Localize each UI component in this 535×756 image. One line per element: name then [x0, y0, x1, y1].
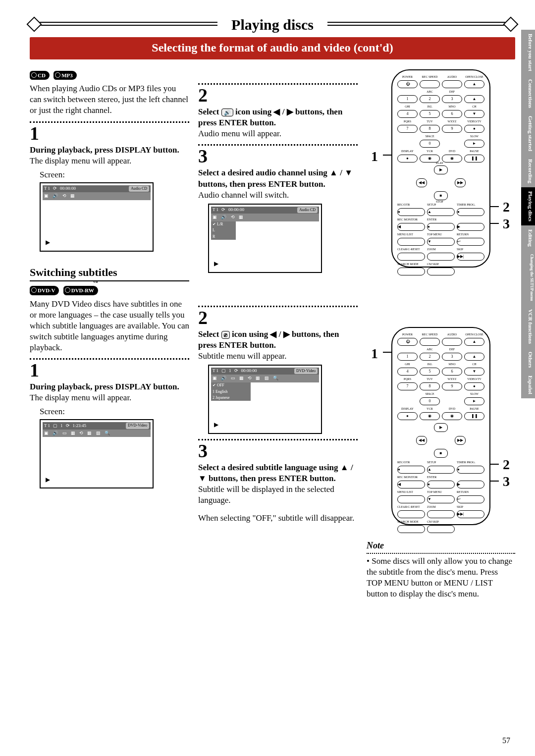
power-button[interactable]: ⏻: [397, 338, 418, 346]
num-1[interactable]: 1: [397, 95, 418, 103]
dotted-rule: [198, 83, 358, 85]
disc-badges-sub: DVD-V VR DVD-RW: [30, 284, 189, 295]
num-2[interactable]: 2: [420, 95, 440, 103]
num-7[interactable]: 7: [397, 125, 418, 133]
num-9[interactable]: 9: [442, 125, 462, 133]
lbl: POWER: [397, 75, 418, 78]
enter-button[interactable]: ●: [427, 481, 455, 488]
play-icon: ▶: [46, 476, 50, 484]
vr-label: VR: [93, 280, 98, 284]
disc-type: DVD-Video: [126, 423, 149, 429]
display-button[interactable]: ●: [397, 155, 418, 162]
slow[interactable]: ►: [464, 140, 484, 148]
callout-3: 3: [503, 215, 510, 233]
right-button[interactable]: ▶: [457, 223, 484, 231]
num-0[interactable]: 0: [420, 140, 440, 148]
tab-setup: Changing the SETUP menu: [521, 250, 535, 305]
dotted-rule: [30, 121, 189, 123]
dvd-button[interactable]: ◉: [442, 155, 462, 162]
recmon-button[interactable]: ◀: [397, 223, 425, 231]
play-button[interactable]: ▶: [434, 165, 448, 174]
rew-button[interactable]: ◀◀: [416, 178, 427, 187]
timer-button[interactable]: ●: [457, 208, 484, 216]
zoom-button[interactable]: [427, 253, 455, 261]
step-number: 2: [198, 308, 358, 327]
ch-up[interactable]: ▲: [464, 95, 484, 103]
num-8[interactable]: 8: [420, 125, 440, 133]
audio-button[interactable]: [442, 80, 462, 88]
page-number: 57: [502, 736, 510, 746]
osd-screen-1: T 1⟳00:00:00Audio CD ▣ 🔊 ⟲ ▦ ▶: [40, 182, 154, 252]
skip-button[interactable]: ▶▶|: [457, 253, 484, 261]
time: 1:23:45: [73, 423, 87, 429]
callout-2: 2: [503, 198, 510, 216]
subtitle-menu: ✔ OFF 1 English 2 Japanese: [211, 382, 251, 401]
num-4[interactable]: 4: [397, 110, 418, 118]
opt-jp: 2 Japanese: [211, 395, 251, 401]
arrow-left-right-icon: ◀ / ▶: [270, 329, 289, 339]
step1b-bold: During playback, press DISPLAY button.: [30, 381, 189, 392]
column-3: POWERREC SPEEDAUDIOOPEN/CLOSE ⏻▲ ABCDEF …: [367, 69, 515, 599]
opt-lr: ✔ L/R: [211, 221, 236, 227]
lbl: AUDIO: [442, 75, 462, 78]
callout-line: [490, 223, 499, 224]
badge-dvdv: DVD-V: [30, 286, 59, 295]
tab-editing: Editing: [521, 225, 535, 251]
t: T 1: [44, 423, 50, 429]
time: 00:00:00: [241, 368, 257, 374]
search-button[interactable]: [397, 268, 425, 275]
rec-button[interactable]: ●: [397, 208, 425, 216]
tab-getting-started: Getting started: [521, 112, 535, 155]
enter-button[interactable]: ●: [427, 223, 455, 231]
display-button[interactable]: ●: [397, 412, 418, 420]
callout-1b: 1: [371, 345, 378, 363]
dotted-rule: [198, 306, 358, 307]
callout-3b: 3: [503, 473, 510, 490]
note-heading: Note: [367, 540, 515, 551]
tab-others: Others: [521, 348, 535, 372]
screen-label: Screen:: [30, 169, 189, 180]
pause-button[interactable]: ❚❚: [464, 155, 484, 162]
power-button[interactable]: ⏻: [397, 80, 418, 88]
ch-dn[interactable]: ▼: [464, 110, 484, 118]
num-6[interactable]: 6: [442, 110, 462, 118]
callout-1: 1: [371, 148, 378, 165]
cmskip-button[interactable]: [427, 268, 455, 275]
intro-text-sub: Many DVD Video discs have subtitles in o…: [30, 299, 189, 353]
play-icon: ▶: [214, 421, 218, 429]
recspeed-button[interactable]: [420, 80, 440, 88]
callout-line: [383, 155, 392, 156]
opt-l: L: [211, 227, 236, 233]
remote-control: POWERREC SPEEDAUDIOOPEN/CLOSE ⏻▲ ABCDEF …: [391, 69, 490, 268]
num-5[interactable]: 5: [420, 110, 440, 118]
tab-playing-discs: Playing discs: [521, 187, 535, 225]
opt-r: R: [211, 234, 236, 240]
menu-button[interactable]: [397, 238, 425, 246]
return-button[interactable]: ↩: [457, 238, 484, 246]
step3b-text2: When selecting "OFF," subtitle will disa…: [198, 513, 358, 524]
icon-row: ▣ 🔊 ▭ ▦ ⟲ ▦ ▨ 🔍: [43, 430, 151, 437]
remote-wrap-1: POWERREC SPEEDAUDIOOPEN/CLOSE ⏻▲ ABCDEF …: [389, 69, 493, 268]
audio-menu: ✔ L/R L R: [211, 221, 236, 240]
step3b-bold: Select a desired subtitle language using…: [198, 462, 358, 484]
step3b-text: Subtitle will be displayed in the select…: [198, 484, 358, 506]
tab-connections: Connections: [521, 75, 535, 112]
setup-button[interactable]: ▲: [427, 208, 455, 216]
step-number: 1: [30, 361, 189, 379]
remote-wrap-2: POWERREC SPEEDAUDIOOPEN/CLOSE ⏻▲ ABCDEF …: [389, 327, 493, 525]
column-1: CD MP3 When playing Audio CDs or MP3 fil…: [30, 69, 189, 599]
stop-button[interactable]: ■: [434, 191, 448, 200]
subtitle-icon: ⎚: [221, 331, 230, 339]
ff-button[interactable]: ▶▶: [455, 178, 466, 187]
tab-espanol: Español: [521, 372, 535, 398]
subtitle-heading: Switching subtitles: [30, 266, 189, 282]
clear-button[interactable]: [397, 253, 425, 261]
topmenu-button[interactable]: ▼: [427, 238, 455, 246]
disc-type: Audio CD: [297, 207, 318, 213]
tab-recording: Recording: [521, 155, 535, 187]
icon-row: ▣ 🔊 ▭ ▦ ⟲ ▦ ▨ 🔍: [211, 375, 319, 382]
open-button[interactable]: ▲: [464, 80, 484, 88]
video-tv[interactable]: ●: [464, 125, 484, 133]
opt-off: ✔ OFF: [211, 382, 251, 388]
num-3[interactable]: 3: [442, 95, 462, 103]
